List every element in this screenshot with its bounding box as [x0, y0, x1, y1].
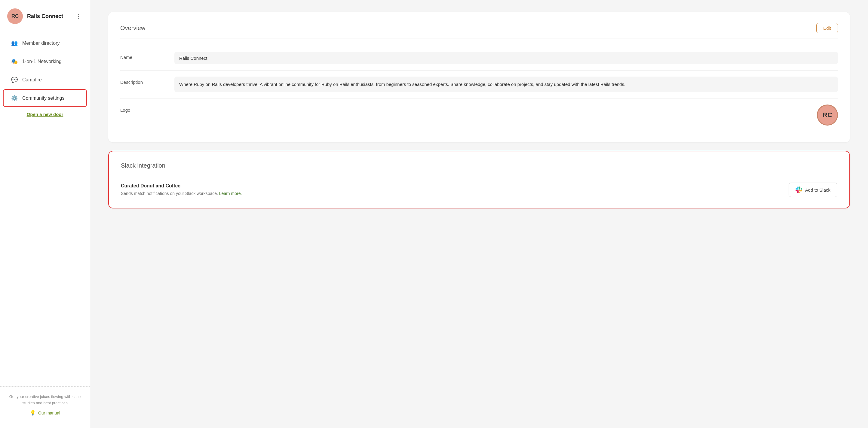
sidebar-nav: Member directory 1-on-1 Networking Campf… [0, 31, 90, 382]
overview-card: Overview Edit Name Rails Connect Descrip… [108, 12, 850, 142]
main-content: Overview Edit Name Rails Connect Descrip… [90, 0, 868, 428]
add-to-slack-button[interactable]: Add to Slack [788, 183, 837, 197]
settings-icon [11, 95, 18, 101]
overview-card-header: Overview Edit [120, 23, 838, 38]
sidebar-item-label: Campfire [22, 77, 42, 83]
community-logo-avatar: RC [817, 104, 838, 126]
slack-description: Sends match notifications on your Slack … [121, 190, 783, 197]
slack-app-name: Curated Donut and Coffee [121, 183, 783, 189]
description-label: Description [120, 76, 162, 85]
app-logo-avatar: RC [7, 8, 23, 24]
edit-button[interactable]: Edit [816, 23, 838, 33]
manual-label: Our manual [38, 410, 60, 416]
sidebar-header: RC Rails Connect ⋮ [0, 0, 90, 31]
logo-field-row: Logo RC [120, 99, 838, 132]
logo-label: Logo [120, 104, 162, 112]
network-icon [11, 58, 18, 65]
bulb-icon [30, 410, 36, 416]
name-label: Name [120, 52, 162, 60]
slack-card-title: Slack integration [121, 162, 837, 174]
slack-info: Curated Donut and Coffee Sends match not… [121, 183, 783, 197]
app-title: Rails Connect [27, 13, 70, 20]
sidebar-footer: Get your creative juices flowing with ca… [0, 386, 90, 423]
description-field-row: Description Where Ruby on Rails develope… [120, 71, 838, 99]
logo-value: RC [175, 104, 838, 126]
footer-text: Get your creative juices flowing with ca… [7, 394, 83, 406]
description-value: Where Ruby on Rails developers thrive. A… [175, 76, 838, 92]
sidebar-item-member-directory[interactable]: Member directory [3, 34, 87, 52]
learn-more-link[interactable]: Learn more. [219, 191, 242, 196]
name-field-row: Name Rails Connect [120, 46, 838, 71]
sidebar-item-label: Community settings [22, 96, 65, 101]
sidebar-item-label: Member directory [22, 40, 60, 46]
name-value: Rails Connect [175, 52, 838, 64]
sidebar-item-label: 1-on-1 Networking [22, 59, 62, 64]
sidebar: RC Rails Connect ⋮ Member directory 1-on… [0, 0, 90, 428]
chat-icon [11, 76, 18, 83]
sidebar-item-community-settings[interactable]: Community settings [3, 89, 87, 107]
overview-title: Overview [120, 25, 145, 32]
slack-logo-icon [796, 187, 802, 193]
people-icon [11, 40, 18, 46]
sidebar-item-networking[interactable]: 1-on-1 Networking [3, 53, 87, 70]
sidebar-item-campfire[interactable]: Campfire [3, 71, 87, 89]
add-to-slack-label: Add to Slack [805, 188, 830, 193]
slack-integration-card: Slack integration Curated Donut and Coff… [108, 151, 850, 208]
our-manual-link[interactable]: Our manual [7, 410, 83, 416]
slack-integration-row: Curated Donut and Coffee Sends match not… [121, 183, 837, 197]
open-door-link[interactable]: Open a new door [3, 108, 87, 121]
more-options-icon[interactable]: ⋮ [74, 11, 83, 21]
